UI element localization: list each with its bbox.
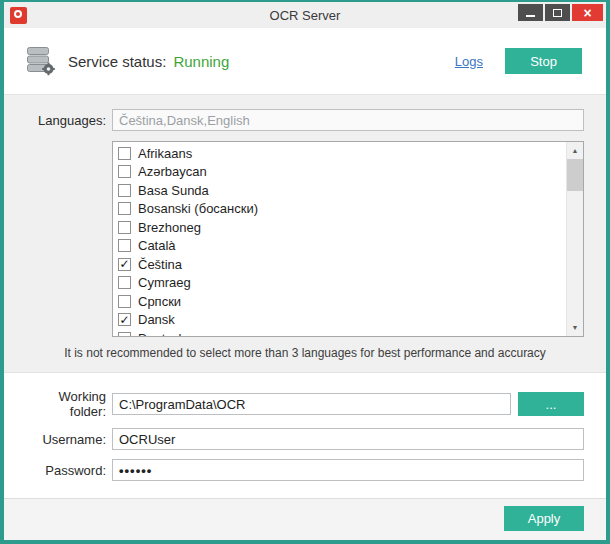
language-item-label: Basa Sunda [138, 183, 209, 198]
service-status-value: Running [173, 53, 229, 70]
checkbox-unchecked-icon[interactable] [118, 295, 131, 308]
languages-label: Languages: [26, 113, 106, 128]
checkbox-unchecked-icon[interactable] [118, 147, 131, 160]
window-controls: × [518, 4, 603, 21]
checkbox-unchecked-icon[interactable] [118, 202, 131, 215]
ocr-server-window: OCR Server × [0, 0, 610, 544]
checkbox-checked-icon[interactable]: ✓ [118, 313, 131, 326]
languages-panel: Languages: AfrikaansAzərbaycanBasa Sunda… [4, 94, 606, 373]
language-item-label: Српски [138, 294, 181, 309]
logs-link[interactable]: Logs [455, 54, 483, 69]
language-item[interactable]: ✓Dansk [113, 311, 566, 330]
username-input[interactable] [112, 428, 584, 450]
password-input[interactable] [112, 459, 584, 481]
checkbox-unchecked-icon[interactable] [118, 165, 131, 178]
checkbox-checked-icon[interactable]: ✓ [118, 258, 131, 271]
language-item-label: Català [138, 238, 176, 253]
app-icon [10, 7, 27, 24]
scroll-down-icon[interactable]: ▼ [567, 319, 583, 336]
languages-hint: It is not recommended to select more tha… [26, 346, 584, 360]
checkbox-unchecked-icon[interactable] [118, 276, 131, 289]
username-label: Username: [26, 432, 106, 447]
server-icon [24, 46, 56, 76]
language-list-scrollbar[interactable]: ▲ ▼ [566, 142, 583, 336]
password-label: Password: [26, 463, 106, 478]
language-item[interactable]: Català [113, 237, 566, 256]
status-header: Service status: Running Logs Stop [4, 28, 606, 94]
titlebar: OCR Server × [4, 2, 606, 28]
language-item[interactable]: Bosanski (босански) [113, 200, 566, 219]
language-item[interactable]: Afrikaans [113, 144, 566, 163]
language-item-label: Brezhoneg [138, 220, 201, 235]
checkbox-unchecked-icon[interactable] [118, 239, 131, 252]
scrollbar-track[interactable] [567, 159, 583, 319]
language-item[interactable]: Cymraeg [113, 274, 566, 293]
browse-button[interactable]: ... [518, 392, 584, 416]
working-folder-input[interactable] [112, 393, 511, 415]
apply-button[interactable]: Apply [504, 506, 584, 531]
language-item-label: Cymraeg [138, 275, 191, 290]
settings-form: Working folder: ... Username: Password: [4, 373, 606, 494]
maximize-button[interactable] [545, 4, 570, 21]
close-icon: × [583, 6, 591, 20]
window-title: OCR Server [4, 8, 606, 23]
language-item[interactable]: Basa Sunda [113, 181, 566, 200]
service-status-label: Service status: [68, 53, 166, 70]
scrollbar-thumb[interactable] [567, 159, 583, 191]
language-item[interactable]: Deutsch [113, 329, 566, 336]
language-item[interactable]: Српски [113, 292, 566, 311]
stop-button[interactable]: Stop [505, 48, 582, 74]
language-item[interactable]: Azərbaycan [113, 163, 566, 182]
minimize-button[interactable] [518, 4, 543, 21]
checkbox-unchecked-icon[interactable] [118, 332, 131, 336]
checkbox-unchecked-icon[interactable] [118, 184, 131, 197]
maximize-icon [553, 9, 562, 17]
minimize-icon [526, 15, 535, 17]
language-item[interactable]: ✓Čeština [113, 255, 566, 274]
close-button[interactable]: × [572, 4, 603, 21]
language-item-label: Dansk [138, 312, 175, 327]
language-item-label: Afrikaans [138, 146, 192, 161]
language-list: AfrikaansAzərbaycanBasa SundaBosanski (б… [113, 142, 566, 336]
language-item-label: Bosanski (босански) [138, 201, 258, 216]
working-folder-label: Working folder: [26, 389, 106, 419]
language-item-label: Azərbaycan [138, 164, 207, 179]
language-listbox: AfrikaansAzərbaycanBasa SundaBosanski (б… [112, 141, 584, 337]
checkbox-unchecked-icon[interactable] [118, 221, 131, 234]
language-item-label: Čeština [138, 257, 182, 272]
footer-bar: Apply [4, 498, 606, 540]
scroll-up-icon[interactable]: ▲ [567, 142, 583, 159]
language-item-label: Deutsch [138, 331, 186, 336]
language-item[interactable]: Brezhoneg [113, 218, 566, 237]
app-logo-icon [14, 10, 22, 18]
languages-summary-input[interactable] [112, 109, 584, 131]
